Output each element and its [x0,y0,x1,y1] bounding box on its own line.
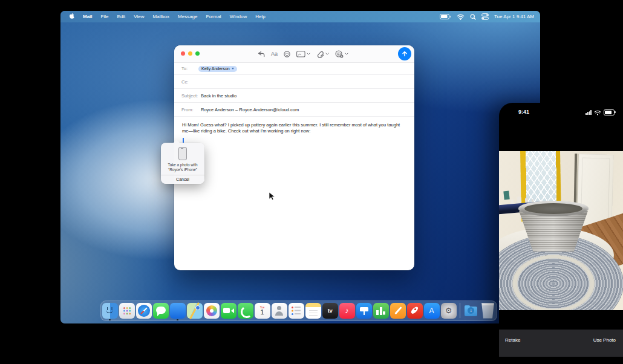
menu-item-message[interactable]: Message [178,14,197,19]
dock-photos-icon[interactable] [204,303,220,319]
cc-label: Cc: [181,79,197,85]
dock-facetime-icon[interactable] [221,303,236,319]
dock-mail-icon[interactable] [170,303,186,319]
dock-contacts-icon[interactable] [272,303,287,319]
battery-icon [604,109,615,115]
use-photo-button[interactable]: Use Photo [593,337,616,343]
menu-item-mailbox[interactable]: Mailbox [152,14,169,19]
dock-safari-icon[interactable] [136,303,152,319]
dock-divider [460,303,460,318]
mouse-pointer [269,192,275,201]
dock-music-icon[interactable]: ♪ [339,303,355,319]
mac-display: MailFileEditViewMailboxMessageFormatWind… [60,11,540,323]
dock-system-settings-icon[interactable]: ⚙ [441,303,457,319]
dock-reminders-icon[interactable] [289,303,304,319]
dock-rocket-icon[interactable] [407,303,423,319]
dock-finder-icon[interactable] [102,303,118,319]
camera-menu-button[interactable] [335,50,348,58]
chevron-down-icon [325,53,329,55]
retake-button[interactable]: Retake [505,337,520,343]
dock-maps-icon[interactable] [187,303,203,319]
minimize-button[interactable] [188,51,192,56]
subject-field[interactable]: Subject: Back in the studio [174,89,414,103]
subject-label: Subject: [181,93,201,99]
dock-phone-icon[interactable] [238,303,253,319]
camera-photo-preview [499,151,623,310]
recipient-token[interactable]: Kelly Anderson [198,66,237,72]
dock-trailing: ↓ [463,303,496,319]
compose-toolbar: Aa [174,45,414,63]
wifi-icon [594,110,601,115]
dock-pages-icon[interactable] [390,303,406,319]
dock-notes-icon[interactable] [305,303,321,319]
dock-launchpad-icon[interactable] [119,303,135,319]
send-button[interactable] [398,47,411,60]
dock-calendar-icon[interactable]: Tue1 [255,303,270,319]
menu-item-mail[interactable]: Mail [83,14,93,19]
close-button[interactable] [181,51,185,56]
message-body[interactable]: Hi Mom! Guess what? I picked up pottery … [174,117,414,143]
emoji-icon [284,51,290,57]
menu-item-format[interactable]: Format [206,14,221,19]
running-indicator [109,319,111,321]
chevron-down-icon [307,53,310,55]
apple-menu[interactable] [68,13,74,20]
spotlight-search-icon[interactable] [470,14,476,20]
wifi-icon[interactable] [457,14,465,20]
send-arrow-icon [401,50,408,57]
dock-numbers-icon[interactable] [373,303,389,319]
dock-keynote-icon[interactable] [356,303,372,319]
clay-pot-rim [518,201,589,216]
battery-icon[interactable] [440,14,451,19]
layout-icon [296,51,305,57]
continuity-camera-icon [335,50,344,58]
dock-trash-icon[interactable] [480,303,496,319]
from-value: Royce Anderson – Royce.Anderson@icloud.c… [201,107,299,112]
continuity-camera-popover: Take a photo with “Royce’s iPhone” Cance… [161,143,204,184]
dock: Tue1tv♪A⚙ ↓ [100,301,497,321]
menu-item-file[interactable]: File [101,14,109,19]
mail-compose-window: Aa [174,45,414,270]
chevron-down-icon [345,53,348,55]
menu-item-window[interactable]: Window [230,14,247,19]
popover-title: Take a photo with “Royce’s iPhone” [161,163,204,172]
menubar: MailFileEditViewMailboxMessageFormatWind… [60,11,540,22]
format-aa-label: Aa [271,51,278,57]
apple-icon [68,13,74,20]
iphone-icon [178,147,187,160]
to-label: To: [181,66,197,71]
menu-item-edit[interactable]: Edit [117,14,125,19]
recipient-name: Kelly Anderson [201,67,230,71]
layout-menu-button[interactable] [296,51,310,57]
subject-value: Back in the studio [201,93,236,99]
undo-button[interactable] [257,51,265,57]
iphone-clock: 9:41 [518,109,529,115]
cancel-button[interactable]: Cancel [161,175,204,184]
camera-action-bar: Retake Use Photo [499,330,623,357]
menu-item-help[interactable]: Help [255,14,265,19]
attach-file-button[interactable] [316,50,329,58]
cc-field[interactable]: Cc: [174,75,414,89]
token-chevron-icon [232,68,234,70]
undo-icon [257,51,265,57]
menu-item-view[interactable]: View [134,14,144,19]
iphone-panel: 9:41 Retake Use Photo [499,103,623,364]
message-text: Hi Mom! Guess what? I picked up pottery … [182,122,406,134]
dock-app-store-icon[interactable]: A [424,303,440,319]
dock-downloads-icon[interactable]: ↓ [463,303,479,319]
iphone-status-bar: 9:41 [499,103,623,120]
menubar-clock[interactable]: Tue Apr 1 9:41 AM [494,14,534,19]
dock-tv-icon[interactable]: tv [322,303,338,319]
control-center-icon[interactable] [481,13,489,20]
zoom-button[interactable] [195,51,200,56]
emoji-button[interactable] [284,51,290,57]
format-button[interactable]: Aa [271,51,278,57]
from-label: From: [181,107,201,112]
running-indicator [177,319,178,321]
dock-messages-icon[interactable] [153,303,169,319]
from-field[interactable]: From: Royce Anderson – Royce.Anderson@ic… [174,103,414,117]
paperclip-icon [316,50,324,58]
menubar-menus: MailFileEditViewMailboxMessageFormatWind… [83,14,266,19]
cellular-signal-icon [585,110,592,115]
to-field[interactable]: To: Kelly Anderson [174,63,414,75]
